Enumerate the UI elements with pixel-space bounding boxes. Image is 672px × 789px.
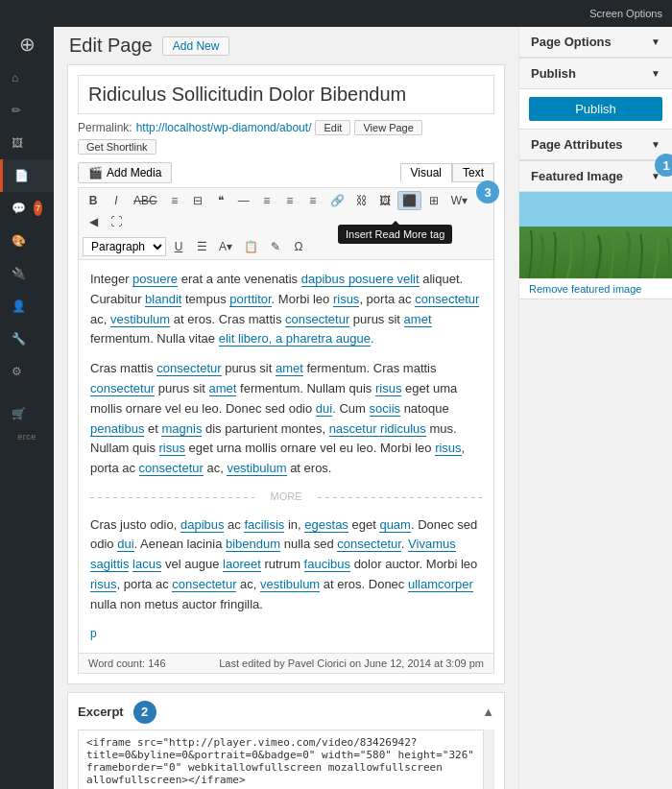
format-toolbar-row1: B I ABC ≡ ⊟ ❝ — ≡ ≡ ≡ 🔗 ⛓ 🖼 ⬛ ⊞ W▾ ◀ — [78, 187, 494, 234]
clear-format-button[interactable]: ✎ — [265, 237, 286, 256]
publish-panel: Publish ▼ Publish — [519, 59, 672, 130]
special-chars-button[interactable]: Ω — [288, 237, 309, 256]
sidebar-item-tools[interactable]: 🔧 — [0, 323, 54, 355]
featured-image-panel: Featured Image ▼ 1 — [519, 161, 672, 299]
justify-button[interactable]: ☰ — [191, 237, 212, 256]
sidebar-item-dashboard[interactable]: ⌂ — [0, 61, 54, 94]
sidebar-wp-logo[interactable]: ⊕ — [0, 27, 54, 61]
publish-panel-header[interactable]: Publish ▼ — [519, 59, 672, 89]
page-title: Edit Page — [69, 35, 153, 57]
visual-text-tabs: Visual Text — [400, 163, 494, 182]
blockquote-button[interactable]: ❝ — [210, 191, 231, 210]
sidebar-item-posts[interactable]: ✏ — [0, 94, 54, 127]
content-para1: Integer posuere erat a ante venenatis da… — [90, 270, 482, 349]
get-shortlink-button[interactable]: Get Shortlink — [78, 139, 156, 155]
text-color-button[interactable]: A▾ — [214, 237, 237, 256]
sidebar-item-commerce[interactable]: 🛒 erce — [0, 397, 54, 443]
more-divider: MORE — [90, 489, 482, 506]
featured-image-label: Featured Image — [531, 169, 623, 183]
page-options-label: Page Options — [531, 35, 612, 49]
page-attributes-chevron-icon: ▼ — [651, 139, 660, 150]
paste-word-button[interactable]: 📋 — [239, 237, 263, 256]
sidebar-item-settings[interactable]: ⚙ — [0, 355, 54, 388]
add-new-button[interactable]: Add New — [162, 36, 230, 56]
featured-image-placeholder — [519, 192, 672, 278]
underline-button[interactable]: U — [168, 237, 189, 256]
align-left-button[interactable]: ≡ — [256, 191, 277, 210]
read-more-tooltip: Insert Read More tag — [338, 225, 452, 244]
fullscreen-button[interactable]: ⛶ — [106, 212, 127, 231]
plugins-icon: 🔌 — [12, 267, 26, 280]
page-header: Edit Page Add New — [54, 27, 518, 57]
excerpt-textarea[interactable]: <iframe src="http://player.vimeo.com/vid… — [78, 729, 494, 789]
ol-button[interactable]: ⊟ — [187, 191, 208, 210]
editor-wrap: Permalink: http://localhost/wp-diamond/a… — [67, 64, 505, 684]
publish-panel-body: Publish — [519, 89, 672, 129]
excerpt-expand-icon[interactable]: ▲ — [482, 705, 494, 719]
pages-icon: 📄 — [14, 169, 29, 182]
sidebar-item-appearance[interactable]: 🎨 — [0, 225, 54, 257]
featured-image-header[interactable]: Featured Image ▼ 1 — [519, 161, 672, 192]
text-tab[interactable]: Text — [452, 163, 494, 182]
paragraph-select[interactable]: Paragraph — [83, 237, 166, 256]
excerpt-badge: 2 — [133, 701, 156, 724]
publish-button[interactable]: Publish — [529, 97, 662, 121]
admin-top-bar: Screen Options — [0, 0, 672, 27]
sidebar-item-plugins[interactable]: 🔌 — [0, 257, 54, 290]
remove-featured-link[interactable]: Remove featured image — [519, 278, 672, 299]
publish-panel-label: Publish — [531, 66, 576, 81]
align-right-button[interactable]: ≡ — [302, 191, 324, 210]
last-edited: Last edited by Pavel Ciorici on June 12,… — [219, 658, 484, 669]
bold-button[interactable]: B — [83, 191, 104, 210]
comments-badge: 7 — [34, 201, 42, 216]
sidebar-item-media[interactable]: 🖼 — [0, 127, 54, 159]
dashboard-icon: ⌂ — [12, 71, 18, 84]
p-tag: p — [90, 625, 482, 643]
page-options-header[interactable]: Page Options ▼ — [519, 27, 672, 58]
page-attributes-panel: Page Attributes ▼ — [519, 130, 672, 161]
featured-image-body: Remove featured image — [519, 192, 672, 299]
editor-toolbar-top: 🎬 Add Media Visual Text — [78, 162, 494, 183]
sidebar-item-users[interactable]: 👤 — [0, 290, 54, 323]
link-button[interactable]: 🔗 — [325, 191, 349, 210]
excerpt-wrap: Excerpt 2 ▲ <iframe src="http://player.v… — [67, 692, 505, 789]
word-button[interactable]: W▾ — [446, 191, 472, 210]
word-count: Word count: 146 — [88, 658, 166, 669]
page-break-button[interactable]: ⊞ — [423, 191, 444, 210]
permalink-url[interactable]: http://localhost/wp-diamond/about/ — [136, 121, 312, 134]
read-more-button[interactable]: ⬛ — [397, 191, 421, 210]
strikethrough-button[interactable]: ABC — [129, 191, 162, 210]
post-title-input[interactable] — [78, 75, 494, 114]
excerpt-scrollbar[interactable] — [483, 729, 494, 789]
page-attributes-header[interactable]: Page Attributes ▼ — [519, 130, 672, 160]
italic-button[interactable]: I — [106, 191, 127, 210]
right-sidebar: Page Options ▼ Publish ▼ Publish Page At… — [518, 27, 672, 789]
excerpt-title-text: Excerpt — [78, 705, 124, 719]
editor-content[interactable]: Integer posuere erat a ante venenatis da… — [78, 259, 494, 654]
posts-icon: ✏ — [12, 104, 21, 117]
insert-image-button[interactable]: 🖼 — [374, 191, 396, 210]
permalink-edit-button[interactable]: Edit — [315, 120, 350, 135]
view-page-button[interactable]: View Page — [354, 120, 421, 135]
media-add-icon: 🎬 — [88, 166, 103, 179]
badge-1: 1 — [655, 154, 672, 177]
page-options-panel: Page Options ▼ — [519, 27, 672, 59]
users-icon: 👤 — [12, 299, 26, 313]
unlink-button[interactable]: ⛓ — [351, 191, 372, 210]
sidebar-item-pages[interactable]: 📄 — [0, 159, 54, 192]
add-media-button[interactable]: 🎬 Add Media — [78, 162, 172, 183]
excerpt-title: Excerpt 2 — [78, 701, 160, 724]
permalink-label: Permalink: — [78, 121, 132, 134]
content-para2: Cras mattis consectetur purus sit amet f… — [90, 359, 482, 479]
screen-options-label[interactable]: Screen Options — [589, 8, 662, 19]
hr-button[interactable]: — — [233, 191, 254, 210]
align-center-button[interactable]: ≡ — [279, 191, 300, 210]
commerce-label: erce — [0, 430, 54, 443]
indent-button[interactable]: ◀ — [83, 212, 104, 231]
ul-button[interactable]: ≡ — [164, 191, 185, 210]
visual-tab[interactable]: Visual — [400, 163, 452, 182]
comments-icon: 💬 — [12, 202, 26, 215]
sidebar-item-comments[interactable]: 💬 7 — [0, 192, 54, 225]
permalink-row: Permalink: http://localhost/wp-diamond/a… — [78, 120, 494, 155]
settings-icon: ⚙ — [12, 365, 22, 378]
